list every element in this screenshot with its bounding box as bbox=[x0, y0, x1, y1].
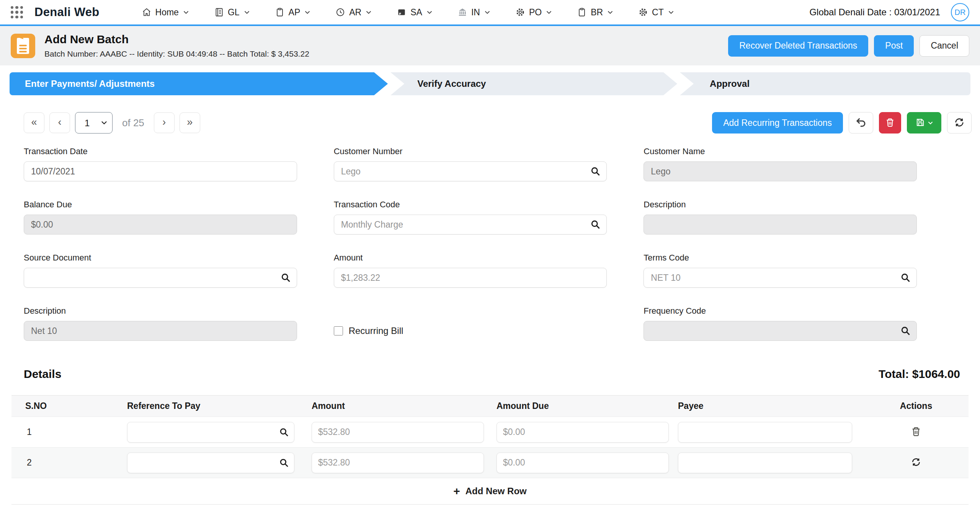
top-nav: Denali Web Home GL AP AR SA bbox=[0, 0, 980, 24]
first-page-button[interactable]: « bbox=[24, 112, 44, 133]
field-label: Customer Number bbox=[334, 147, 607, 156]
nav-item-label: BR bbox=[591, 7, 603, 18]
chevron-down-icon bbox=[305, 11, 310, 14]
nav-item-home[interactable]: Home bbox=[142, 7, 189, 18]
balance-due-field: Balance Due bbox=[24, 200, 297, 234]
row-amount-due-input[interactable] bbox=[497, 422, 669, 443]
step-enter-payments[interactable]: Enter Payments/ Adjustments bbox=[10, 72, 388, 95]
transaction-code-input[interactable] bbox=[334, 215, 607, 234]
nav-item-br[interactable]: BR bbox=[577, 7, 613, 18]
recurring-bill-label: Recurring Bill bbox=[349, 326, 403, 336]
row-delete-button[interactable] bbox=[908, 424, 924, 440]
batch-document-icon bbox=[11, 34, 35, 58]
recover-deleted-transactions-button[interactable]: Recover Deleted Transactions bbox=[728, 35, 868, 57]
terms-code-input[interactable] bbox=[644, 268, 917, 288]
chevron-down-icon bbox=[366, 11, 371, 14]
transaction-date-input[interactable] bbox=[24, 161, 297, 181]
column-header-amount-due: Amount Due bbox=[497, 401, 678, 411]
field-label: Frequency Code bbox=[644, 306, 917, 316]
field-label: Amount bbox=[334, 253, 607, 263]
search-icon[interactable] bbox=[590, 166, 601, 177]
row-payee-input[interactable] bbox=[678, 453, 852, 473]
chevron-down-icon bbox=[668, 11, 674, 14]
delete-button[interactable] bbox=[879, 112, 901, 134]
add-new-row-button[interactable]: + Add New Row bbox=[11, 478, 969, 504]
details-header: Details Total: $1064.00 bbox=[24, 368, 960, 381]
post-button[interactable]: Post bbox=[874, 35, 914, 57]
search-icon[interactable] bbox=[281, 273, 291, 283]
search-icon[interactable] bbox=[279, 458, 289, 468]
page-count-label: of 25 bbox=[122, 117, 144, 129]
nav-item-label: CT bbox=[652, 7, 664, 18]
save-dropdown-button[interactable] bbox=[907, 112, 941, 134]
previous-page-button[interactable]: ‹ bbox=[49, 112, 70, 133]
reference-to-pay-input[interactable] bbox=[127, 453, 294, 473]
customer-number-input[interactable] bbox=[334, 161, 607, 181]
description-bottom-field: Description bbox=[24, 306, 297, 341]
refresh-icon bbox=[954, 117, 965, 129]
source-document-field: Source Document bbox=[24, 253, 297, 288]
nav-item-in[interactable]: IN bbox=[457, 7, 490, 18]
batch-summary: Batch Number: AAABC -- Identity: SUB 04:… bbox=[44, 49, 309, 59]
frequency-code-input bbox=[644, 321, 917, 341]
chevron-down-icon bbox=[183, 11, 189, 14]
table-row: 1 bbox=[11, 417, 969, 448]
customer-number-field: Customer Number bbox=[334, 147, 607, 181]
frequency-code-field: Frequency Code bbox=[644, 306, 917, 341]
customer-name-input bbox=[644, 161, 917, 181]
add-new-row-label: Add New Row bbox=[466, 486, 527, 497]
add-recurring-transactions-button[interactable]: Add Recurring Transactions bbox=[712, 112, 843, 134]
nav-item-label: PO bbox=[529, 7, 542, 18]
refresh-button[interactable] bbox=[947, 112, 972, 134]
nav-item-label: AP bbox=[289, 7, 301, 18]
save-icon bbox=[915, 117, 925, 129]
source-document-input[interactable] bbox=[24, 268, 297, 288]
plus-icon: + bbox=[453, 485, 460, 497]
nav-item-po[interactable]: PO bbox=[515, 7, 552, 18]
amount-input[interactable] bbox=[334, 268, 607, 288]
undo-button[interactable] bbox=[849, 112, 873, 134]
transaction-date-field: Transaction Date bbox=[24, 147, 297, 181]
nav-item-label: AR bbox=[349, 7, 361, 18]
gear-icon bbox=[515, 7, 525, 17]
nav-item-sa[interactable]: SA bbox=[397, 7, 432, 18]
global-date-value: 03/01/2021 bbox=[894, 7, 940, 17]
search-icon[interactable] bbox=[900, 273, 911, 283]
nav-item-ct[interactable]: CT bbox=[638, 7, 674, 18]
card-icon bbox=[397, 7, 407, 17]
nav-item-label: IN bbox=[471, 7, 480, 18]
nav-item-gl[interactable]: GL bbox=[214, 7, 250, 18]
description-bottom-input bbox=[24, 321, 297, 341]
row-amount-due-input[interactable] bbox=[497, 453, 669, 473]
search-icon[interactable] bbox=[900, 326, 911, 336]
chevron-down-icon bbox=[608, 11, 613, 14]
step-approval[interactable]: Approval bbox=[680, 72, 970, 95]
row-payee-input[interactable] bbox=[678, 422, 852, 443]
next-page-button[interactable]: › bbox=[154, 112, 175, 133]
field-label: Customer Name bbox=[644, 147, 917, 156]
cancel-button[interactable]: Cancel bbox=[920, 35, 969, 57]
reference-to-pay-input[interactable] bbox=[127, 422, 294, 443]
step-verify-accuracy[interactable]: Verify Accuracy bbox=[390, 72, 677, 95]
nav-item-label: Home bbox=[155, 7, 179, 18]
description-top-field: Description bbox=[644, 200, 917, 234]
last-page-button[interactable]: » bbox=[180, 112, 200, 133]
row-amount-input[interactable] bbox=[312, 453, 484, 473]
nav-item-ap[interactable]: AP bbox=[275, 7, 310, 18]
table-header-row: S.NO Reference To Pay Amount Amount Due … bbox=[11, 396, 969, 417]
bank-icon bbox=[457, 7, 467, 17]
page-title: Add New Batch bbox=[44, 33, 309, 46]
recurring-bill-checkbox[interactable] bbox=[334, 326, 343, 335]
search-icon[interactable] bbox=[590, 220, 601, 230]
toolbar: « ‹ 1 of 25 › » Add Recurring Transactio… bbox=[24, 112, 972, 134]
row-amount-input[interactable] bbox=[312, 422, 484, 443]
avatar[interactable]: DR bbox=[951, 3, 969, 21]
search-icon[interactable] bbox=[279, 427, 289, 437]
pagination: « ‹ 1 of 25 › » bbox=[24, 112, 200, 134]
page-select[interactable]: 1 bbox=[75, 112, 113, 134]
app-launcher-icon[interactable] bbox=[11, 6, 23, 18]
field-label: Description bbox=[24, 306, 297, 316]
nav-item-ar[interactable]: AR bbox=[335, 7, 371, 18]
column-header-actions: Actions bbox=[864, 401, 969, 411]
row-refresh-button[interactable] bbox=[909, 455, 923, 471]
